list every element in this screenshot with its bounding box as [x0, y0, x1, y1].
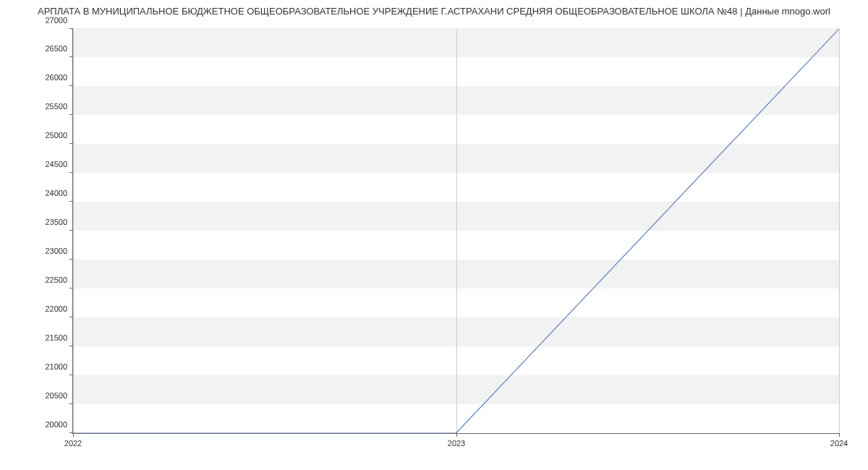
- x-tick-label: 2022: [64, 439, 82, 448]
- grid-line-v: [456, 29, 457, 433]
- y-tick-label: 21500: [45, 333, 67, 342]
- x-tick-mark: [456, 433, 457, 437]
- y-tick-mark: [69, 85, 73, 86]
- y-tick-mark: [69, 56, 73, 57]
- y-tick-mark: [69, 259, 73, 260]
- y-tick-mark: [69, 230, 73, 231]
- y-tick-mark: [69, 375, 73, 375]
- x-tick-label: 2023: [448, 439, 465, 448]
- y-tick-label: 22500: [45, 275, 67, 284]
- y-tick-label: 24500: [45, 160, 67, 168]
- y-tick-label: 24000: [45, 189, 67, 197]
- y-tick-mark: [69, 114, 73, 115]
- y-tick-label: 20000: [45, 420, 67, 429]
- y-tick-label: 23000: [45, 247, 67, 255]
- y-tick-label: 23500: [45, 218, 67, 226]
- chart-title: АРПЛАТА В МУНИЦИПАЛЬНОЕ БЮДЖЕТНОЕ ОБЩЕОБ…: [0, 0, 868, 20]
- y-tick-label: 21000: [45, 362, 67, 371]
- chart-container: 20000 20500 21000 21500 22000 22500 2300…: [72, 29, 839, 434]
- y-tick-label: 22000: [45, 304, 67, 313]
- y-tick-mark: [69, 172, 73, 173]
- y-tick-label: 27000: [45, 16, 67, 25]
- x-tick-label: 2024: [830, 439, 848, 448]
- y-tick-label: 26500: [45, 44, 67, 53]
- x-tick-mark: [839, 433, 840, 437]
- plot-area: 20000 20500 21000 21500 22000 22500 2300…: [72, 29, 839, 434]
- y-tick-mark: [69, 346, 73, 346]
- y-tick-mark: [69, 317, 73, 317]
- y-tick-label: 25000: [45, 131, 67, 140]
- x-tick-mark: [73, 433, 74, 437]
- y-tick-label: 20500: [45, 391, 67, 400]
- y-tick-label: 26000: [45, 73, 67, 82]
- y-tick-mark: [69, 143, 73, 144]
- y-tick-mark: [69, 288, 73, 289]
- y-tick-mark: [69, 201, 73, 202]
- grid-line-v: [73, 29, 74, 433]
- y-tick-mark: [69, 28, 73, 29]
- grid-line-v: [839, 29, 840, 433]
- y-tick-mark: [69, 403, 73, 404]
- y-tick-label: 25500: [45, 102, 67, 111]
